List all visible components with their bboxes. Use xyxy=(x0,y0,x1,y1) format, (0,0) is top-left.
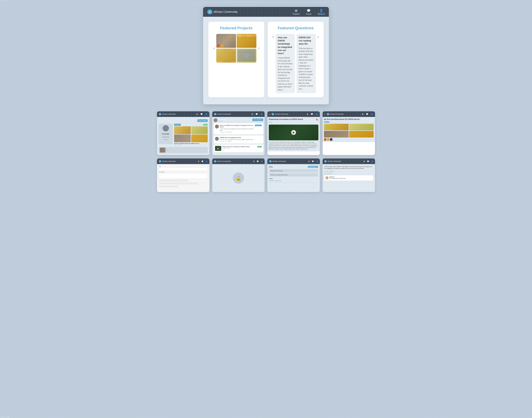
project-detail-img-grid: T=0s 9Hz T=0.167s T=0.1s 9Hz T=0.233s xyxy=(324,124,374,138)
thumbnails-section: e eDrops Community ⊞ 💬 👤 Post Project Je… xyxy=(3,111,529,199)
play-button[interactable]: ▶ xyxy=(291,130,296,135)
detail-img-2 xyxy=(349,124,374,130)
detail-img-3 xyxy=(324,131,349,138)
thumb-project-detail-window: ‹ e eDrops Community ⊞ 💬 👤 My first (sem… xyxy=(323,111,375,155)
thumbnails-row-1: e eDrops Community ⊞ 💬 👤 Post Project Je… xyxy=(3,111,529,155)
detail-img-4 xyxy=(349,131,374,138)
thumb-4-body: My first (semi)functional DIY EWOD devic… xyxy=(323,117,375,142)
